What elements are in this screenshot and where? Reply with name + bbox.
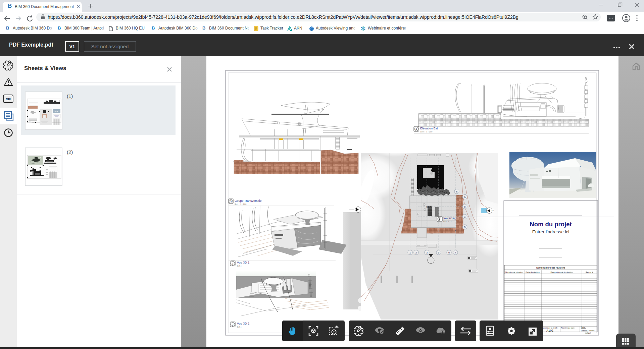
svg-text:Elévation Est: Elévation Est (420, 127, 438, 130)
svg-text:Description de la révision: Description de la révision (550, 271, 573, 273)
svg-text:Vue 3D 1: Vue 3D 1 (237, 261, 249, 264)
svg-text:Numéro de révision: Numéro de révision (505, 271, 523, 273)
svg-text:E: E (456, 190, 457, 193)
svg-text:Ech :: Ech : (237, 326, 242, 328)
svg-text:2: 2 (415, 251, 417, 254)
svg-text:Nomenclature des révisions: Nomenclature des révisions (536, 267, 565, 269)
svg-text:Date de révision: Date de révision (526, 271, 540, 273)
svg-text:1: 1 (409, 251, 411, 254)
svg-text:Coupe Transversale: Coupe Transversale (235, 199, 262, 202)
svg-text:F: F (455, 230, 456, 233)
svg-text:3: 3 (426, 251, 428, 254)
svg-text:2: 2 (232, 324, 234, 326)
svg-text:Numéro du plan:: Numéro du plan: (561, 327, 575, 329)
svg-text:6: 6 (448, 251, 450, 254)
svg-text:1cm : 1 : 200: 1cm : 1 : 200 (420, 131, 433, 133)
svg-text:Date :: Date : (581, 326, 586, 328)
svg-text:B: B (464, 205, 465, 208)
svg-text:102: 102 (491, 210, 494, 212)
svg-text:Echelle: Comme: Echelle: Comme (581, 330, 594, 332)
svg-text:Vue 3D 0_2: Vue 3D 0_2 (443, 217, 458, 220)
svg-text:Nom du projet: Nom du projet (530, 221, 572, 228)
svg-text:4: 4 (416, 128, 417, 130)
svg-text:A102: A102 (546, 329, 553, 332)
svg-text:7: 7 (455, 251, 456, 254)
svg-text:5: 5 (438, 251, 439, 254)
svg-text:5: 5 (230, 200, 232, 202)
svg-text:C: C (464, 215, 466, 218)
svg-text:A: A (464, 195, 465, 198)
svg-text:Ech : 1 : 1: Ech : 1 : 1 (443, 220, 452, 222)
svg-text:RFI: RFI (6, 98, 11, 101)
svg-text:Remis à: Remis à (586, 271, 593, 273)
svg-text:Vue 3D 2: Vue 3D 2 (237, 322, 249, 325)
svg-text:D: D (464, 226, 466, 229)
svg-text:Ech : 1 : 100: Ech : 1 : 100 (235, 203, 247, 205)
svg-text:Ech :: Ech : (237, 265, 242, 267)
svg-text:1: 1 (232, 263, 234, 265)
svg-text:indiqué: indiqué (585, 332, 591, 334)
svg-text:CS: CS (426, 206, 429, 208)
svg-text:Entrer l'adresse ici: Entrer l'adresse ici (532, 229, 569, 234)
